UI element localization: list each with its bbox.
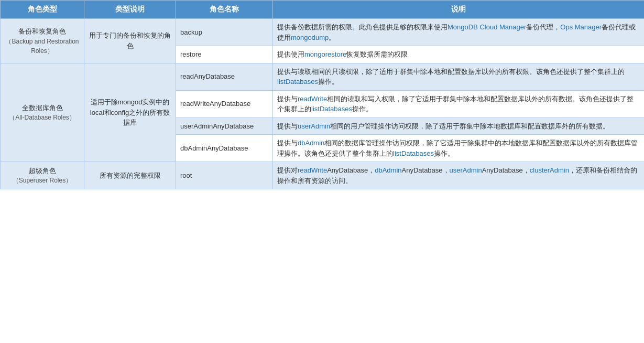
type-desc-cell: 所有资源的完整权限: [84, 162, 176, 189]
role-name-cell: root: [176, 162, 273, 189]
header-desc: 说明: [273, 1, 645, 19]
desc-cell: 提供与读取相同的只读权限，除了适用于群集中除本地和配置数据库以外的所有权限。该角…: [273, 63, 645, 90]
desc-cell: 提供对readWriteAnyDatabase，dbAdminAnyDataba…: [273, 162, 645, 189]
header-type-desc: 类型说明: [84, 1, 176, 19]
roles-table: 角色类型 类型说明 角色名称 说明 备份和恢复角色（Backup and Res…: [0, 0, 644, 189]
desc-cell: 提供与readWrite相同的读取和写入权限，除了它适用于群集中除本地和配置数据…: [273, 90, 645, 117]
desc-cell: 提供与dbAdmin相同的数据库管理操作访问权限，除了它适用于除集群中的本地数据…: [273, 135, 645, 162]
role-name-cell: userAdminAnyDatabase: [176, 117, 273, 135]
role-type-cell: 全数据库角色（All-Database Roles）: [1, 63, 84, 162]
role-type-cell: 超级角色（Superuser Roles）: [1, 162, 84, 189]
role-name-cell: readWriteAnyDatabase: [176, 90, 273, 117]
type-desc-cell: 用于专门的备份和恢复的角色: [84, 19, 176, 63]
role-type-cell: 备份和恢复角色（Backup and Restoration Roles）: [1, 19, 84, 63]
role-name-cell: dbAdminAnyDatabase: [176, 135, 273, 162]
header-role-type: 角色类型: [1, 1, 84, 19]
desc-cell: 提供与userAdmin相同的用户管理操作访问权限，除了适用于群集中除本地数据库…: [273, 117, 645, 135]
header-role-name: 角色名称: [176, 1, 273, 19]
desc-cell: 提供使用mongorestore恢复数据所需的权限: [273, 46, 645, 63]
role-name-cell: backup: [176, 19, 273, 46]
role-name-cell: readAnyDatabase: [176, 63, 273, 90]
role-name-cell: restore: [176, 46, 273, 63]
desc-cell: 提供备份数据所需的权限。此角色提供足够的权限来使用MongoDB Cloud M…: [273, 19, 645, 46]
type-desc-cell: 适用于除mongod实例中的local和config之外的所有数据库: [84, 63, 176, 162]
